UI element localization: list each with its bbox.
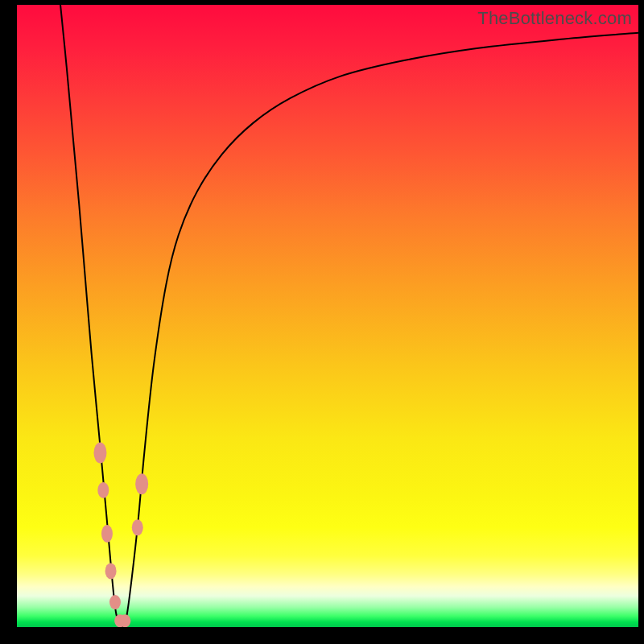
plot-area: TheBottleneck.com: [17, 5, 638, 627]
bottleneck-curve: [60, 5, 638, 627]
chart-frame: TheBottleneck.com: [0, 0, 644, 644]
watermark-text: TheBottleneck.com: [477, 8, 632, 29]
curve-svg: [17, 5, 638, 627]
